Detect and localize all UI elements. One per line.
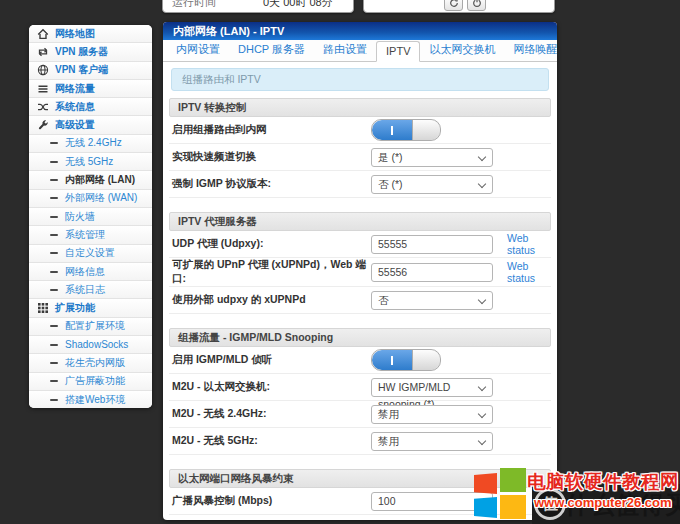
dash-icon — [50, 179, 58, 181]
sidebar-item[interactable]: 系统管理 — [29, 226, 152, 244]
toggle-knob[interactable] — [412, 120, 440, 140]
toggle-switch[interactable] — [371, 349, 441, 371]
web-status-link[interactable]: Web status — [507, 232, 551, 256]
select-dropdown[interactable]: 否 (*) — [371, 175, 493, 194]
sidebar-item[interactable]: 网络信息 — [29, 263, 152, 281]
sidebar-item[interactable]: 无线 2.4GHz — [29, 135, 152, 153]
power-button[interactable] — [467, 0, 486, 11]
sidebar-item[interactable]: 配置扩展环境 — [29, 318, 152, 336]
sidebar-item-label: 内部网络 (LAN) — [65, 173, 135, 187]
sidebar-item[interactable]: 花生壳内网版 — [29, 354, 152, 372]
dash-icon — [50, 344, 58, 346]
tab-以太网交换机[interactable]: 以太网交换机 — [420, 39, 504, 61]
select-value: 否 (*) — [378, 178, 403, 190]
sidebar-item[interactable]: 自定义设置 — [29, 245, 152, 263]
sidebar-item-label: VPN 客户端 — [55, 63, 108, 77]
select-value: 禁用 — [378, 435, 399, 447]
tab-网络唤醒[interactable]: 网络唤醒 — [504, 39, 566, 61]
power-icon — [472, 0, 482, 10]
setting-label: 强制 IGMP 协议版本: — [172, 177, 371, 191]
sidebar-item[interactable]: 外部网络 (WAN) — [29, 190, 152, 208]
watermark-site-url: www.computer26.com — [534, 495, 672, 510]
sidebar-item-label: 无线 5GHz — [65, 155, 113, 169]
select-dropdown[interactable]: HW IGMP/MLD snooping (*) — [371, 378, 493, 397]
setting-label: M2U - 以太网交换机: — [172, 380, 371, 394]
sidebar-item[interactable]: 高级设置 — [29, 116, 152, 134]
toggle-knob[interactable] — [412, 350, 440, 370]
sidebar-item-label: 高级设置 — [55, 118, 95, 132]
page-title: 内部网络 (LAN) - IPTV — [163, 22, 557, 40]
settings-row: M2U - 无线 2.4GHz:禁用 — [169, 401, 551, 428]
tab-bar: 内网设置DHCP 服务器路由设置IPTV以太网交换机网络唤醒 — [163, 40, 557, 62]
sidebar-item[interactable]: 系统信息 — [29, 98, 152, 116]
sidebar-item[interactable]: 无线 5GHz — [29, 153, 152, 171]
settings-section: IPTV 代理服务器UDP 代理 (Udpxy):Web status可扩展的 … — [169, 212, 551, 314]
select-dropdown[interactable]: 禁用 — [371, 432, 493, 451]
setting-label: 启用 IGMP/MLD 侦听 — [172, 353, 371, 367]
sidebar-item[interactable]: VPN 服务器 — [29, 43, 152, 61]
sidebar-item-label: ShadowSocks — [65, 339, 128, 350]
select-value: 禁用 — [378, 408, 399, 420]
watermark-site-name: 电脑软硬件教程网 — [527, 469, 679, 494]
logo-tile-blue — [474, 497, 497, 518]
chevron-down-icon — [478, 295, 486, 303]
main-panel: 内部网络 (LAN) - IPTV 内网设置DHCP 服务器路由设置IPTV以太… — [163, 22, 557, 520]
sidebar-item-label: VPN 服务器 — [55, 45, 108, 59]
sidebar-item[interactable]: ShadowSocks — [29, 336, 152, 354]
actions-card — [363, 0, 555, 13]
settings-row: UDP 代理 (Udpxy):Web status — [169, 231, 551, 258]
tab-dhcp-服务器[interactable]: DHCP 服务器 — [229, 39, 314, 61]
toggle-on-track — [372, 120, 412, 140]
select-dropdown[interactable]: 禁用 — [371, 405, 493, 424]
web-status-link[interactable]: Web status — [507, 260, 551, 284]
text-input[interactable] — [371, 235, 493, 254]
watermark: 什么值得买 值 电脑软硬件教程网 www.computer26.com — [470, 460, 680, 524]
tab-iptv[interactable]: IPTV — [376, 41, 420, 62]
setting-label: M2U - 无线 5GHz: — [172, 434, 371, 448]
sidebar-item[interactable]: 防火墙 — [29, 208, 152, 226]
shuffle-icon — [37, 101, 49, 113]
sidebar-item[interactable]: 网络流量 — [29, 80, 152, 98]
dash-icon — [50, 362, 58, 364]
sidebar-item[interactable]: 搭建Web环境 — [29, 391, 152, 408]
chevron-down-icon — [478, 152, 486, 160]
dash-icon — [50, 289, 58, 291]
uptime-value: 0天 00时 08分 — [216, 0, 333, 12]
setting-label: 实现快速频道切换 — [172, 150, 371, 164]
home-icon — [37, 28, 49, 40]
sidebar-item[interactable]: VPN 客户端 — [29, 62, 152, 80]
setting-label: M2U - 无线 2.4GHz: — [172, 407, 371, 421]
sidebar-item[interactable]: 网络地图 — [29, 25, 152, 43]
sidebar-item-label: 系统信息 — [55, 100, 95, 114]
sidebar-item-label: 防火墙 — [65, 210, 95, 224]
dash-icon — [50, 380, 58, 382]
logo-tile-yellow — [500, 495, 526, 519]
section-title: 组播流量 - IGMP/MLD Snooping — [169, 328, 551, 347]
sidebar-item-label: 系统管理 — [65, 228, 105, 242]
sidebar-item-label: 网络流量 — [55, 82, 95, 96]
tab-路由设置[interactable]: 路由设置 — [314, 39, 376, 61]
sidebar-item[interactable]: 内部网络 (LAN) — [29, 171, 152, 189]
globe-icon — [37, 64, 49, 76]
sidebar-item[interactable]: 扩展功能 — [29, 299, 152, 317]
select-dropdown[interactable]: 否 — [371, 291, 493, 310]
dash-icon — [50, 142, 58, 144]
settings-row: M2U - 无线 5GHz:禁用 — [169, 428, 551, 455]
dash-icon — [50, 161, 58, 163]
refresh-button[interactable] — [444, 0, 463, 11]
dash-icon — [50, 399, 58, 401]
text-input[interactable] — [371, 263, 493, 282]
sidebar-item[interactable]: 系统日志 — [29, 281, 152, 299]
toggle-switch[interactable] — [371, 119, 441, 141]
tab-内网设置[interactable]: 内网设置 — [167, 39, 229, 61]
grid-icon — [37, 302, 49, 314]
dash-icon — [50, 252, 58, 254]
uptime-label: 运行时间 — [163, 0, 216, 12]
sidebar-item[interactable]: 广告屏蔽功能 — [29, 373, 152, 391]
toggle-on-track — [372, 350, 412, 370]
loop-icon — [37, 46, 49, 58]
refresh-icon — [449, 0, 459, 10]
sidebar-item-label: 网络地图 — [55, 27, 95, 41]
select-dropdown[interactable]: 是 (*) — [371, 148, 493, 167]
toggle-tick-icon — [391, 126, 393, 135]
